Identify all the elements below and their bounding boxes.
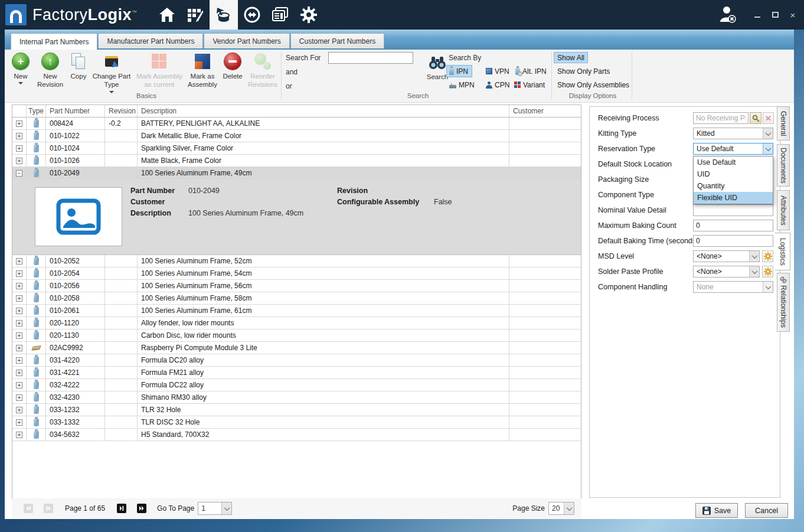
row-expander[interactable]: + bbox=[16, 432, 22, 438]
row-expander[interactable]: + bbox=[16, 345, 22, 351]
dropdown-option[interactable]: Use Default bbox=[694, 156, 773, 168]
row-expander[interactable]: + bbox=[16, 295, 22, 302]
parts-library-icon[interactable] bbox=[210, 0, 238, 30]
show-only-assemblies-option[interactable]: Show Only Assemblies bbox=[554, 79, 633, 90]
reservation-type-combo[interactable]: Use Default bbox=[693, 143, 773, 155]
tab-customer-part-numbers[interactable]: Customer Part Numbers bbox=[290, 33, 384, 48]
row-expander[interactable]: + bbox=[16, 133, 22, 139]
row-expander[interactable]: + bbox=[16, 320, 22, 327]
solder-paste-profile-combo[interactable]: <None> bbox=[693, 266, 760, 278]
col-revision[interactable]: Revision bbox=[105, 105, 138, 117]
filter-cpn[interactable]: CPN bbox=[483, 79, 514, 91]
dropdown-option[interactable]: Quantity bbox=[694, 180, 773, 192]
minimize-button[interactable] bbox=[751, 8, 764, 21]
table-row[interactable]: + 031-4220 Formula DC20 alloy bbox=[12, 354, 581, 367]
search-input[interactable] bbox=[328, 52, 413, 64]
kitting-type-combo[interactable]: Kitted bbox=[693, 128, 773, 139]
table-row[interactable]: + 010-2052 100 Series Aluminum Frame, 52… bbox=[12, 255, 581, 267]
row-expander[interactable]: + bbox=[16, 382, 22, 389]
settings-icon[interactable] bbox=[295, 0, 323, 30]
part-image-placeholder[interactable] bbox=[35, 187, 122, 246]
filter-vpn[interactable]: VPN bbox=[483, 65, 514, 77]
side-tab-relationships[interactable]: Relationships bbox=[777, 273, 790, 332]
receiving-process-clear-button[interactable]: ✕ bbox=[763, 112, 774, 124]
col-part-number[interactable]: Part Number bbox=[46, 105, 105, 117]
row-expander[interactable]: + bbox=[16, 283, 22, 289]
side-tab-documents[interactable]: Documents bbox=[777, 144, 790, 187]
last-page-button[interactable] bbox=[137, 504, 146, 513]
user-status-icon[interactable] bbox=[718, 5, 738, 25]
row-expander[interactable]: + bbox=[16, 120, 22, 127]
table-row[interactable]: + 031-4221 Formula FM21 alloy bbox=[12, 367, 581, 379]
tab-vendor-part-numbers[interactable]: Vendor Part Numbers bbox=[204, 33, 289, 48]
reports-icon[interactable] bbox=[266, 0, 295, 30]
table-row[interactable]: + 032-4222 Formula DC22 alloy bbox=[12, 379, 581, 391]
row-expander[interactable]: − bbox=[16, 170, 22, 177]
row-expander[interactable]: + bbox=[16, 145, 22, 152]
change-part-type-button[interactable]: Change Part Type bbox=[91, 52, 132, 93]
table-row[interactable]: + 020-1130 Carbon Disc, low rider mounts bbox=[12, 329, 581, 342]
mark-as-assembly-button[interactable]: Mark as Assembly bbox=[185, 52, 220, 89]
home-icon[interactable] bbox=[153, 0, 181, 30]
col-description[interactable]: Description bbox=[138, 105, 509, 117]
default-baking-time-field[interactable] bbox=[693, 235, 773, 247]
dropdown-option[interactable]: Flexible UID bbox=[694, 192, 773, 204]
planning-icon[interactable] bbox=[181, 0, 210, 30]
table-row[interactable]: + 010-2054 100 Series Aluminum Frame, 54… bbox=[12, 267, 581, 280]
receiving-process-search-button[interactable] bbox=[750, 112, 761, 124]
receiving-process-field[interactable] bbox=[693, 112, 749, 124]
side-tab-attributes[interactable]: Attributes bbox=[777, 190, 790, 230]
transfer-icon[interactable] bbox=[238, 0, 266, 30]
delete-button[interactable]: Delete bbox=[221, 52, 244, 80]
filter-ipn[interactable]: IPN bbox=[446, 65, 472, 77]
maximum-baking-count-field[interactable] bbox=[693, 220, 773, 231]
table-row[interactable]: + 032-4230 Shimano RM30 alloy bbox=[12, 391, 581, 404]
nominal-value-detail-field[interactable] bbox=[693, 204, 773, 216]
tab-manufacturer-part-numbers[interactable]: Manufacturer Part Numbers bbox=[98, 33, 203, 48]
table-row[interactable]: + 033-1232 TLR 32 Hole bbox=[12, 404, 581, 416]
side-tab-logistics[interactable]: Logistics bbox=[774, 233, 790, 270]
table-row[interactable]: + 008424 -0.2 BATTERY, PENLIGHT AA, ALKA… bbox=[12, 118, 581, 130]
table-row[interactable]: + 010-2058 100 Series Aluminum Frame, 58… bbox=[12, 292, 581, 305]
new-button[interactable]: + New bbox=[9, 52, 32, 84]
cancel-button[interactable]: Cancel bbox=[745, 503, 788, 518]
save-button[interactable]: Save bbox=[695, 503, 738, 518]
col-customer[interactable]: Customer bbox=[509, 105, 581, 117]
page-size-combo[interactable]: 20 bbox=[548, 502, 574, 515]
solder-paste-settings-button[interactable] bbox=[762, 266, 773, 278]
side-tab-general[interactable]: General bbox=[777, 106, 790, 141]
row-expander[interactable]: + bbox=[16, 270, 22, 277]
table-row[interactable]: + 010-1024 Sparkling Silver, Frame Color bbox=[12, 142, 581, 155]
tab-internal-part-numbers[interactable]: Internal Part Numbers bbox=[11, 33, 97, 50]
row-expander[interactable]: + bbox=[16, 394, 22, 401]
table-row[interactable]: + 010-2056 100 Series Aluminum Frame, 56… bbox=[12, 280, 581, 292]
row-expander[interactable]: + bbox=[16, 370, 22, 376]
dropdown-option[interactable]: UID bbox=[694, 168, 773, 180]
filter-alt-ipn[interactable]: Alt. IPN bbox=[512, 65, 551, 77]
msd-level-settings-button[interactable] bbox=[762, 250, 773, 262]
show-only-parts-option[interactable]: Show Only Parts bbox=[554, 66, 613, 77]
row-expander[interactable]: + bbox=[16, 308, 22, 314]
msd-level-combo[interactable]: <None> bbox=[693, 250, 760, 262]
goto-page-combo[interactable]: 1 bbox=[198, 502, 232, 515]
row-expander[interactable]: + bbox=[16, 158, 22, 164]
table-row[interactable]: + 020-1120 Alloy fender, low rider mount… bbox=[12, 317, 581, 329]
show-all-option[interactable]: Show All bbox=[554, 52, 588, 63]
table-row[interactable]: + 033-1332 TLR DISC 32 Hole bbox=[12, 416, 581, 429]
maximize-button[interactable] bbox=[769, 8, 782, 21]
row-expander[interactable]: + bbox=[16, 419, 22, 426]
row-expander[interactable]: + bbox=[16, 357, 22, 364]
table-row[interactable]: + 010-2061 100 Series Aluminum Frame, 61… bbox=[12, 305, 581, 317]
row-expander[interactable]: + bbox=[16, 258, 22, 265]
table-row[interactable]: − 010-2049 100 Series Aluminum Frame, 49… bbox=[12, 167, 581, 179]
table-row[interactable]: + 02AC9992 Raspberry Pi Compute Module 3… bbox=[12, 342, 581, 354]
filter-mpn[interactable]: MPN bbox=[446, 79, 479, 91]
copy-button[interactable]: Copy bbox=[67, 52, 90, 80]
col-type[interactable]: Type bbox=[27, 105, 46, 117]
table-row[interactable]: + 010-1022 Dark Metallic Blue, Frame Col… bbox=[12, 130, 581, 142]
row-expander[interactable]: + bbox=[16, 407, 22, 413]
next-page-button[interactable] bbox=[117, 504, 126, 513]
close-button[interactable]: × bbox=[786, 8, 799, 21]
row-expander[interactable]: + bbox=[16, 332, 22, 339]
table-row[interactable]: + 010-1026 Matte Black, Frame Color bbox=[12, 155, 581, 167]
